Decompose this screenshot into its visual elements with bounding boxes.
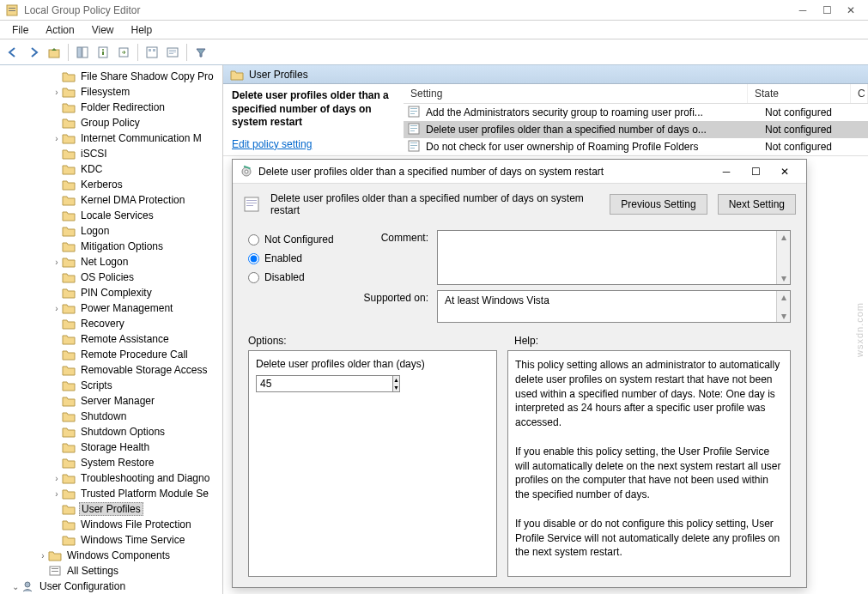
menu-file[interactable]: File (3, 22, 37, 38)
svg-rect-5 (82, 47, 88, 58)
back-button[interactable] (3, 43, 22, 62)
tree-item[interactable]: Shutdown (0, 409, 222, 424)
menu-action[interactable]: Action (37, 22, 82, 38)
list-row[interactable]: Do not check for user ownership of Roami… (404, 138, 868, 155)
tree-item[interactable]: Recovery (0, 316, 222, 331)
expand-icon[interactable]: › (38, 551, 48, 561)
menu-help[interactable]: Help (123, 22, 161, 38)
tree-item[interactable]: Server Manager (0, 393, 222, 409)
tree-item[interactable]: ›Filesystem (0, 84, 222, 100)
close-button[interactable]: ✕ (839, 2, 863, 19)
tree-item[interactable]: Remote Assistance (0, 331, 222, 347)
tree-item[interactable]: iSCSI (0, 146, 222, 161)
folder-icon (48, 565, 62, 577)
tree-item[interactable]: Shutdown Options (0, 424, 222, 439)
up-button[interactable] (45, 43, 64, 62)
tree-item[interactable]: Folder Redirection (0, 100, 222, 115)
tree-item[interactable]: Group Policy (0, 115, 222, 130)
tree-item[interactable]: KDC (0, 161, 222, 177)
col-comment[interactable]: C (851, 84, 868, 103)
properties-button[interactable] (94, 43, 112, 62)
spin-up[interactable]: ▲ (393, 376, 399, 384)
setting-icon (407, 106, 422, 119)
dialog-maximize[interactable]: ☐ (741, 161, 770, 182)
edit-policy-link[interactable]: Edit policy setting (232, 138, 395, 150)
tree-item[interactable]: PIN Complexity (0, 285, 222, 300)
help-button[interactable] (163, 43, 182, 62)
spin-down[interactable]: ▼ (393, 384, 399, 391)
menu-view[interactable]: View (83, 22, 123, 38)
tree-item-label: KDC (79, 163, 104, 175)
tree-item[interactable]: OS Policies (0, 270, 222, 285)
comment-textarea[interactable]: ▴▾ (437, 230, 791, 285)
folder-icon (62, 472, 76, 484)
tree-item[interactable]: Logon (0, 223, 222, 239)
forward-button[interactable] (24, 43, 43, 62)
tree-item[interactable]: ›Windows Components (0, 548, 222, 563)
tree-item-label: Windows Time Service (79, 534, 186, 546)
tree-item[interactable]: ›Trusted Platform Module Se (0, 486, 222, 501)
export-button[interactable] (114, 43, 133, 62)
tree-item[interactable]: Removable Storage Access (0, 362, 222, 378)
tree-item[interactable]: ›Troubleshooting and Diagno (0, 470, 222, 486)
list-row[interactable]: Add the Administrators security group to… (404, 104, 868, 121)
expand-icon[interactable]: ⌄ (10, 582, 21, 591)
refresh-button[interactable] (143, 43, 161, 62)
tree-item[interactable]: Storage Health (0, 439, 222, 455)
previous-setting-button[interactable]: Previous Setting (610, 194, 707, 215)
sheet-icon (243, 196, 260, 213)
svg-point-19 (25, 582, 30, 587)
radio-disabled[interactable]: Disabled (248, 268, 351, 287)
scrollbar[interactable]: ▴▾ (776, 291, 790, 322)
tree-item[interactable]: Windows Time Service (0, 532, 222, 548)
tree-item[interactable]: ›Internet Communication M (0, 130, 222, 146)
days-input[interactable] (256, 375, 393, 392)
window-title: Local Group Policy Editor (24, 4, 140, 16)
tree-item[interactable]: Kerberos (0, 177, 222, 192)
tree-item[interactable]: User Profiles (0, 501, 222, 517)
tree-item-label: Scripts (79, 379, 114, 391)
tree-item[interactable]: Remote Procedure Call (0, 347, 222, 362)
tree-item[interactable]: File Share Shadow Copy Pro (0, 69, 222, 84)
dialog-minimize[interactable]: ─ (712, 161, 741, 182)
tree-item[interactable]: Locale Services (0, 208, 222, 223)
tree-item[interactable]: Kernel DMA Protection (0, 192, 222, 208)
tree-panel[interactable]: File Share Shadow Copy Pro›FilesystemFol… (0, 65, 223, 594)
radio-enabled[interactable]: Enabled (248, 249, 351, 268)
folder-icon (62, 441, 76, 453)
help-label: Help: (514, 335, 538, 347)
radio-not-configured[interactable]: Not Configured (248, 230, 351, 249)
expand-icon[interactable]: › (52, 88, 62, 97)
expand-icon[interactable]: › (52, 304, 62, 313)
expand-icon[interactable]: › (52, 489, 62, 499)
dialog-close[interactable]: ✕ (770, 161, 799, 182)
folder-icon (62, 426, 76, 438)
tree-item[interactable]: ⌄User Configuration (0, 579, 222, 594)
expand-icon[interactable]: › (52, 134, 62, 143)
maximize-button[interactable]: ☐ (815, 2, 839, 19)
list-row[interactable]: Delete user profiles older than a specif… (404, 121, 868, 138)
show-hide-tree-button[interactable] (73, 43, 92, 62)
folder-icon (62, 518, 76, 530)
expand-icon[interactable]: › (52, 258, 62, 267)
tree-item[interactable]: Scripts (0, 378, 222, 393)
tree-item[interactable]: ›Power Management (0, 300, 222, 316)
minimize-button[interactable]: ─ (791, 2, 815, 19)
tree-item[interactable]: All Settings (0, 563, 222, 579)
col-state[interactable]: State (748, 84, 851, 103)
col-setting[interactable]: Setting (404, 84, 748, 103)
tree-item[interactable]: System Restore (0, 455, 222, 470)
next-setting-button[interactable]: Next Setting (718, 194, 796, 215)
svg-rect-10 (149, 49, 151, 52)
tree-item-label: Remote Assistance (79, 333, 171, 345)
expand-icon[interactable]: › (52, 474, 62, 483)
svg-rect-15 (169, 53, 173, 54)
tree-item[interactable]: Windows File Protection (0, 517, 222, 532)
tree-item[interactable]: Mitigation Options (0, 239, 222, 254)
tree-item[interactable]: ›Net Logon (0, 254, 222, 270)
scrollbar[interactable]: ▴▾ (776, 231, 790, 284)
filter-button[interactable] (191, 43, 210, 62)
days-spinner[interactable]: ▲▼ (256, 375, 350, 392)
tree-item-label: Logon (79, 225, 111, 237)
dialog-title: Delete user profiles older than a specif… (258, 166, 604, 178)
